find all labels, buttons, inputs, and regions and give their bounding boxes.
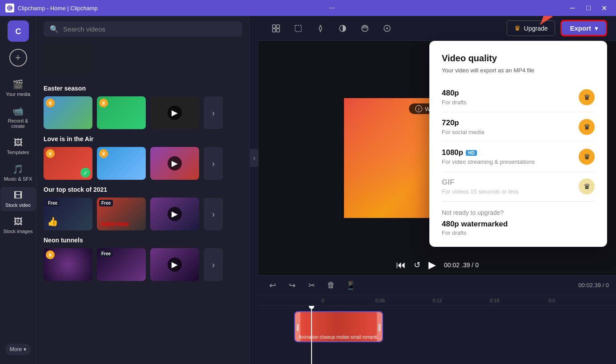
- timecode-display: 00:02 .39 / 0: [444, 261, 479, 269]
- thumb-more-neon[interactable]: ›: [204, 248, 223, 281]
- thumb-easter-2[interactable]: ♛: [97, 96, 146, 129]
- ruler-6: 0:06: [352, 298, 409, 303]
- timeline-clip[interactable]: ‖ ‖ Animation closeup motion small roman…: [294, 311, 383, 342]
- content-panel: 🔍 Easter season ♛ ♛ ▶: [36, 16, 250, 364]
- crown-icon-neon-1: ♛: [46, 250, 55, 259]
- adjust-tool-button[interactable]: [312, 20, 329, 37]
- sidebar-bottom: More ▾: [5, 344, 31, 360]
- thumb-love-1[interactable]: ♛ ✓: [44, 147, 92, 180]
- thumbnails-love: ♛ ✓ ♛ ▶ ›: [44, 147, 242, 180]
- quality-option-720p[interactable]: 720p For social media ♛: [442, 112, 595, 142]
- sidebar-item-record-create[interactable]: 📹 Record & create: [0, 102, 36, 132]
- timeline-timecode: 00:02.39 / 0: [578, 282, 609, 289]
- thumb-easter-3: ▶: [150, 96, 199, 129]
- more-chevron-icon: ▾: [24, 346, 26, 352]
- thumb-easter-1[interactable]: ♛: [44, 96, 92, 129]
- top-toolbar: ♛ Upgrade Export ▾: [259, 16, 616, 41]
- color-tool-button[interactable]: [334, 20, 351, 37]
- upgrade-crown-icon: ♛: [514, 24, 520, 32]
- quality-option-gif[interactable]: GIF For videos 15 seconds or less ♛: [442, 172, 595, 202]
- more-button[interactable]: More ▾: [5, 344, 31, 355]
- play-button[interactable]: ▶: [428, 259, 436, 271]
- upgrade-button[interactable]: ♛ Upgrade: [507, 20, 556, 36]
- thumb-neon-1[interactable]: ♛: [44, 248, 92, 281]
- search-icon: 🔍: [50, 25, 59, 33]
- timeline-tracks[interactable]: ‖ ‖ Animation closeup motion small roman…: [259, 306, 616, 364]
- your-media-icon: 🎬: [12, 79, 24, 90]
- upgrade-label: Upgrade: [524, 25, 548, 32]
- undo-button[interactable]: ↩: [266, 279, 279, 292]
- thumbnails-easter: ♛ ♛ ▶ ›: [44, 96, 242, 129]
- cut-button[interactable]: ✂: [305, 279, 318, 292]
- fade-tool-button[interactable]: [356, 20, 373, 37]
- thumbnails-stock: Free 👍 Free SUBSCRIBE ▶ ›: [44, 198, 242, 230]
- sidebar-item-stock-images[interactable]: 🖼 Stock images: [0, 213, 36, 237]
- thumb-more-love[interactable]: ›: [204, 147, 223, 180]
- timeline-ruler: 0 0:06 0:12 0:18 0:0: [259, 295, 616, 306]
- watermarked-desc: For drafts: [442, 229, 508, 236]
- watermarked-name: 480p watermarked: [442, 220, 508, 229]
- content-scroll[interactable]: Easter season ♛ ♛ ▶ › Love is in the Air…: [36, 79, 249, 364]
- thumb-love-2[interactable]: ♛: [97, 147, 146, 180]
- delete-button[interactable]: 🗑: [324, 279, 338, 292]
- sidebar-item-your-media[interactable]: 🎬 Your media: [0, 75, 36, 100]
- clip-handle-left[interactable]: ‖: [295, 312, 300, 341]
- sidebar-item-label-templates: Templates: [7, 150, 29, 155]
- crop-tool-button[interactable]: [290, 20, 307, 37]
- thumb-neon-2[interactable]: Free: [97, 248, 146, 281]
- quality-option-480p[interactable]: 480p For drafts ♛: [442, 83, 595, 112]
- more-label: More: [10, 346, 22, 352]
- maximize-button[interactable]: □: [582, 3, 595, 13]
- thumb-stock-1[interactable]: Free 👍: [44, 198, 92, 230]
- replay-button[interactable]: ↺: [414, 260, 420, 270]
- svg-text:C: C: [15, 27, 21, 36]
- collapse-panel-button[interactable]: ‹: [250, 149, 259, 167]
- watermarked-option[interactable]: 480p watermarked For drafts: [442, 220, 595, 236]
- close-button[interactable]: ✕: [598, 3, 611, 13]
- ruler-end: 0:0: [523, 298, 580, 303]
- not-ready-section: Not ready to upgrade? 480p watermarked F…: [442, 202, 595, 236]
- minimize-button[interactable]: ─: [566, 3, 579, 13]
- thumb-more-stock[interactable]: ›: [204, 198, 223, 230]
- export-label: Export: [570, 24, 591, 32]
- search-input[interactable]: [63, 25, 236, 33]
- sidebar-item-music-sfx[interactable]: 🎵 Music & SFX: [0, 160, 36, 185]
- rewind-button[interactable]: ⏮: [396, 259, 406, 271]
- section-title-stock: Our top stock of 2021: [44, 186, 242, 193]
- redo-button[interactable]: ↪: [285, 279, 299, 292]
- titlebar-left: C Clipchamp - Home | Clipchamp: [5, 4, 98, 12]
- templates-icon: 🖼: [14, 138, 23, 148]
- speed-tool-button[interactable]: [379, 20, 396, 37]
- window-title: Clipchamp - Home | Clipchamp: [18, 5, 98, 12]
- export-panel: Video quality Your video will export as …: [429, 41, 607, 247]
- free-label-stock-1: Free: [46, 200, 60, 206]
- svg-rect-13: [276, 25, 280, 28]
- export-chevron-icon: ▾: [595, 25, 598, 32]
- add-button[interactable]: +: [9, 49, 27, 67]
- thumb-stock-2[interactable]: Free SUBSCRIBE: [97, 198, 146, 230]
- mobile-preview-button[interactable]: 📱: [344, 279, 357, 292]
- quality-name-720p: 720p: [442, 119, 484, 127]
- search-input-wrapper: 🔍: [44, 21, 242, 37]
- clip-handle-right[interactable]: ‖: [377, 312, 382, 341]
- clip-inner: ‖ ‖ Animation closeup motion small roman…: [295, 312, 382, 341]
- titlebar-dots[interactable]: ···: [329, 4, 335, 12]
- svg-text:▶: ▶: [172, 260, 178, 269]
- sidebar-item-stock-video[interactable]: 🎞 Stock video: [0, 187, 36, 211]
- thumb-stock-3: ▶: [150, 198, 199, 230]
- crown-icon-easter-1: ♛: [46, 99, 55, 107]
- export-button[interactable]: Export ▾: [560, 20, 607, 36]
- titlebar-controls: ─ □ ✕: [566, 3, 611, 13]
- quality-info-gif: GIF For videos 15 seconds or less: [442, 178, 519, 195]
- timeline-playhead: [311, 306, 312, 364]
- sidebar-item-label-stock-images: Stock images: [3, 229, 32, 234]
- sidebar-item-templates[interactable]: 🖼 Templates: [0, 134, 36, 158]
- layout-tool-button[interactable]: [268, 20, 284, 37]
- ruler-18: 0:18: [466, 298, 523, 303]
- timeline-toolbar: ↩ ↪ ✂ 🗑 📱 00:02.39 / 0: [259, 276, 616, 295]
- crown-720p: ♛: [579, 119, 595, 135]
- watermarked-info: 480p watermarked For drafts: [442, 220, 508, 236]
- thumb-more-easter[interactable]: ›: [204, 96, 223, 129]
- sidebar-item-label-your-media: Your media: [6, 91, 30, 97]
- quality-option-1080p[interactable]: 1080p HD For video streaming & presentat…: [442, 142, 595, 172]
